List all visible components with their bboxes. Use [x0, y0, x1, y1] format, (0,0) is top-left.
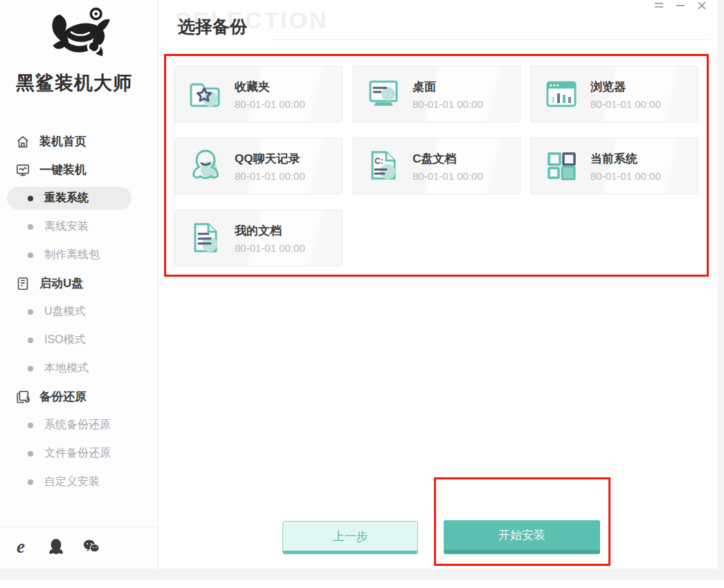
close-icon[interactable] — [696, 1, 707, 10]
card-label: QQ聊天记录 — [235, 151, 305, 167]
monitor-icon — [15, 163, 30, 178]
bullet-icon — [28, 338, 33, 343]
backup-card-current-system[interactable]: 当前系统 80-01-01 00:00 — [530, 138, 698, 194]
sidebar-item-local-mode[interactable]: 本地模式 — [0, 354, 158, 383]
sidebar-item-label: 自定义安装 — [44, 475, 100, 489]
bullet-icon — [28, 423, 33, 428]
sidebar-item-boot-usb[interactable]: 启动U盘 — [0, 269, 158, 297]
sidebar-item-label: 制作离线包 — [44, 248, 100, 262]
sidebar-item-offline-install[interactable]: 离线安装 — [0, 212, 158, 241]
card-date: 80-01-01 00:00 — [235, 242, 305, 254]
ie-icon[interactable]: e — [12, 538, 29, 555]
card-date: 80-01-01 00:00 — [235, 170, 305, 182]
folder-star-icon — [188, 76, 224, 112]
c-drive-label: C: — [374, 156, 383, 166]
sidebar-item-backup-restore[interactable]: 备份还原 — [0, 383, 158, 411]
sidebar-item-label: 本地模式 — [44, 361, 89, 376]
backup-card-qq-history[interactable]: QQ聊天记录 80-01-01 00:00 — [174, 138, 343, 194]
backup-card-favorites[interactable]: 收藏夹 80-01-01 00:00 — [174, 66, 343, 122]
brand-name: 黑鲨装机大师 — [0, 71, 158, 95]
bullet-icon — [28, 196, 33, 201]
usb-drive-icon — [15, 276, 30, 291]
sidebar-item-label: U盘模式 — [44, 304, 86, 319]
sidebar-item-install-home[interactable]: 装机首页 — [0, 127, 158, 156]
sidebar: 黑鲨装机大师 装机首页 一键装机 重装系统 离线安装 制作离线包 — [0, 0, 159, 569]
main-panel: SELECTION 选择备份 收藏夹 80-01-01 00:00 — [159, 0, 718, 569]
sidebar-item-label: 重装系统 — [44, 191, 89, 205]
qq-icon[interactable] — [48, 538, 64, 555]
card-label: 收藏夹 — [235, 79, 305, 95]
card-date: 80-01-01 00:00 — [590, 98, 661, 110]
c-drive-document-icon: C: — [365, 148, 401, 184]
sidebar-item-reinstall-system[interactable]: 重装系统 — [7, 187, 132, 210]
page-background-right — [718, 0, 724, 580]
wechat-icon[interactable] — [83, 538, 100, 555]
card-label: 当前系统 — [590, 151, 661, 167]
start-install-label: 开始安装 — [498, 527, 545, 543]
shark-logo-icon — [35, 4, 123, 68]
previous-step-button[interactable]: 上一步 — [282, 521, 418, 554]
backup-restore-icon — [15, 389, 30, 405]
qq-penguin-icon — [188, 148, 224, 184]
header-divider — [271, 39, 709, 40]
window-controls — [653, 1, 707, 10]
card-date: 80-01-01 00:00 — [413, 98, 483, 110]
card-label: 我的文档 — [235, 223, 305, 239]
sidebar-item-label: ISO模式 — [44, 333, 86, 347]
backup-card-browser[interactable]: 浏览器 80-01-01 00:00 — [530, 66, 698, 122]
minimize-icon[interactable] — [675, 1, 685, 10]
backup-card-my-documents[interactable]: 我的文档 80-01-01 00:00 — [174, 210, 343, 266]
sidebar-item-label: 一键装机 — [39, 162, 87, 178]
sidebar-item-one-key-install[interactable]: 一键装机 — [0, 156, 158, 184]
sidebar-item-make-offline-pack[interactable]: 制作离线包 — [0, 241, 158, 269]
current-system-icon — [543, 148, 579, 184]
sidebar-item-label: 离线安装 — [44, 219, 89, 234]
card-date: 80-01-01 00:00 — [590, 170, 661, 182]
sidebar-item-label: 启动U盘 — [39, 275, 83, 291]
sidebar-item-label: 文件备份还原 — [44, 446, 111, 461]
bullet-icon — [28, 309, 33, 315]
sidebar-item-custom-install[interactable]: 自定义安装 — [0, 468, 158, 496]
previous-step-label: 上一步 — [333, 529, 368, 544]
card-label: 桌面 — [413, 79, 483, 95]
home-icon — [15, 134, 30, 149]
sidebar-footer: e — [0, 526, 158, 569]
card-date: 80-01-01 00:00 — [235, 98, 305, 110]
sidebar-item-iso-mode[interactable]: ISO模式 — [0, 326, 158, 354]
backup-cards-grid: 收藏夹 80-01-01 00:00 桌面 80-01-01 00:00 — [174, 66, 698, 266]
logo: 黑鲨装机大师 — [0, 0, 158, 95]
bullet-icon — [28, 479, 33, 485]
bullet-icon — [28, 224, 33, 230]
annotation-rect-cards: 收藏夹 80-01-01 00:00 桌面 80-01-01 00:00 — [164, 54, 709, 277]
app-window: 黑鲨装机大师 装机首页 一键装机 重装系统 离线安装 制作离线包 — [0, 0, 718, 569]
sidebar-item-label: 备份还原 — [39, 389, 87, 405]
card-label: 浏览器 — [590, 79, 661, 95]
backup-card-desktop[interactable]: 桌面 80-01-01 00:00 — [352, 66, 521, 122]
sidebar-item-label: 系统备份还原 — [44, 418, 111, 432]
browser-icon — [543, 76, 579, 112]
sidebar-nav: 装机首页 一键装机 重装系统 离线安装 制作离线包 启动U盘 — [0, 127, 158, 496]
menu-icon[interactable] — [653, 1, 664, 10]
sidebar-item-file-backup-restore[interactable]: 文件备份还原 — [0, 439, 158, 468]
sidebar-item-usb-mode[interactable]: U盘模式 — [0, 297, 158, 326]
bullet-icon — [28, 366, 33, 371]
sidebar-item-system-backup-restore[interactable]: 系统备份还原 — [0, 411, 158, 439]
page-header: SELECTION 选择备份 — [178, 15, 712, 43]
backup-card-c-drive-docs[interactable]: C: C盘文档 80-01-01 00:00 — [352, 138, 521, 194]
desktop-icon — [365, 76, 401, 112]
page-background-bottom — [0, 569, 724, 580]
page-title: 选择备份 — [178, 15, 247, 38]
start-install-button[interactable]: 开始安装 — [444, 520, 600, 554]
card-date: 80-01-01 00:00 — [413, 170, 483, 182]
card-label: C盘文档 — [413, 151, 483, 167]
my-documents-icon — [188, 220, 224, 256]
bullet-icon — [28, 451, 33, 457]
bullet-icon — [28, 252, 33, 258]
annotation-rect-start-button: 开始安装 — [434, 477, 610, 566]
sidebar-item-label: 装机首页 — [39, 134, 87, 149]
